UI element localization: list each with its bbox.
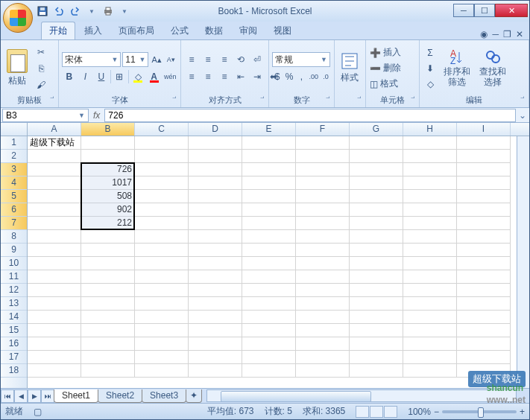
cell-I12[interactable] <box>457 284 511 297</box>
cell-I5[interactable] <box>457 190 511 203</box>
sheet-nav-first[interactable]: ⏮ <box>1 389 14 403</box>
undo-icon[interactable] <box>53 5 65 17</box>
cell-B1[interactable] <box>81 136 135 150</box>
cell-D16[interactable] <box>189 337 242 351</box>
cell-I16[interactable] <box>457 337 511 351</box>
cell-A5[interactable] <box>28 190 81 203</box>
cell-H7[interactable] <box>403 217 457 230</box>
cell-E2[interactable] <box>242 150 296 163</box>
autosum-button[interactable]: Σ <box>423 45 438 60</box>
cell-A3[interactable] <box>28 163 81 176</box>
row-header-12[interactable]: 12 <box>1 284 27 297</box>
zoom-control[interactable]: 100% − + <box>408 407 525 417</box>
paste-button[interactable]: 粘贴 <box>4 48 31 89</box>
cell-C2[interactable] <box>135 150 189 163</box>
cell-A2[interactable] <box>28 150 81 163</box>
macro-record-icon[interactable]: ▢ <box>34 407 42 417</box>
cell-G16[interactable] <box>350 337 403 351</box>
formula-input[interactable]: 726 <box>104 109 516 122</box>
cell-I14[interactable] <box>457 311 511 324</box>
tab-data[interactable]: 数据 <box>198 22 230 39</box>
percent-button[interactable]: % <box>284 69 294 84</box>
cell-B10[interactable] <box>81 257 135 270</box>
cell-I13[interactable] <box>457 297 511 311</box>
cell-C1[interactable] <box>135 136 189 150</box>
cell-A4[interactable] <box>28 176 81 190</box>
cell-D18[interactable] <box>189 364 242 378</box>
cell-H14[interactable] <box>403 311 457 324</box>
cell-F18[interactable] <box>296 364 350 378</box>
number-format-combo[interactable]: 常规▼ <box>272 52 330 67</box>
cell-I17[interactable] <box>457 351 511 364</box>
mdi-restore-icon[interactable]: ❐ <box>503 29 511 39</box>
cell-H15[interactable] <box>403 324 457 337</box>
cell-G3[interactable] <box>350 163 403 176</box>
cell-E15[interactable] <box>242 324 296 337</box>
cell-E3[interactable] <box>242 163 296 176</box>
cell-E14[interactable] <box>242 311 296 324</box>
row-header-5[interactable]: 5 <box>1 190 27 203</box>
view-normal-button[interactable] <box>356 406 369 418</box>
cell-D5[interactable] <box>189 190 242 203</box>
cell-D3[interactable] <box>189 163 242 176</box>
cell-H9[interactable] <box>403 244 457 257</box>
cell-C13[interactable] <box>135 297 189 311</box>
cell-C6[interactable] <box>135 203 189 217</box>
qat-more-icon[interactable]: ▼ <box>119 5 130 17</box>
sheet-nav-next[interactable]: ▶ <box>28 389 41 403</box>
cell-C12[interactable] <box>135 284 189 297</box>
cell-F11[interactable] <box>296 270 350 284</box>
cell-B3[interactable]: 726 <box>81 163 135 176</box>
cell-E9[interactable] <box>242 244 296 257</box>
cell-I11[interactable] <box>457 270 511 284</box>
cell-C9[interactable] <box>135 244 189 257</box>
cell-C11[interactable] <box>135 270 189 284</box>
cell-H18[interactable] <box>403 364 457 378</box>
comma-button[interactable]: , <box>296 69 306 84</box>
cell-I6[interactable] <box>457 203 511 217</box>
cell-A11[interactable] <box>28 270 81 284</box>
row-header-4[interactable]: 4 <box>1 176 27 190</box>
cell-A8[interactable] <box>28 230 81 244</box>
row-header-6[interactable]: 6 <box>1 203 27 217</box>
align-middle-button[interactable]: ≡ <box>201 52 215 67</box>
italic-button[interactable]: I <box>78 69 93 84</box>
cell-C5[interactable] <box>135 190 189 203</box>
cell-G5[interactable] <box>350 190 403 203</box>
cell-E4[interactable] <box>242 176 296 190</box>
column-header-C[interactable]: C <box>135 123 189 136</box>
cell-F8[interactable] <box>296 230 350 244</box>
cell-E7[interactable] <box>242 217 296 230</box>
tab-home[interactable]: 开始 <box>41 22 75 39</box>
fill-button[interactable]: ⬇ <box>423 61 438 76</box>
cell-E13[interactable] <box>242 297 296 311</box>
cell-C3[interactable] <box>135 163 189 176</box>
close-button[interactable]: ✕ <box>495 4 528 17</box>
cell-E10[interactable] <box>242 257 296 270</box>
cell-C16[interactable] <box>135 337 189 351</box>
cell-H3[interactable] <box>403 163 457 176</box>
clear-button[interactable]: ◇ <box>423 77 438 92</box>
cell-H17[interactable] <box>403 351 457 364</box>
cell-H5[interactable] <box>403 190 457 203</box>
cell-A7[interactable] <box>28 217 81 230</box>
view-pagebreak-button[interactable] <box>384 406 397 418</box>
cell-E6[interactable] <box>242 203 296 217</box>
worksheet-cells[interactable]: 超级下载站7261017508902212 <box>28 136 517 388</box>
cell-G1[interactable] <box>350 136 403 150</box>
cell-F13[interactable] <box>296 297 350 311</box>
cell-D2[interactable] <box>189 150 242 163</box>
cell-B5[interactable]: 508 <box>81 190 135 203</box>
tab-insert[interactable]: 插入 <box>77 22 110 39</box>
bold-button[interactable]: B <box>62 69 77 84</box>
office-button[interactable] <box>3 3 33 33</box>
cell-G18[interactable] <box>350 364 403 378</box>
row-header-8[interactable]: 8 <box>1 230 27 244</box>
cell-F10[interactable] <box>296 257 350 270</box>
cell-C14[interactable] <box>135 311 189 324</box>
styles-button[interactable]: 样式 <box>338 51 362 86</box>
cell-D11[interactable] <box>189 270 242 284</box>
row-header-13[interactable]: 13 <box>1 297 27 311</box>
row-header-10[interactable]: 10 <box>1 257 27 270</box>
inc-decimal-button[interactable]: .00 <box>308 69 319 84</box>
